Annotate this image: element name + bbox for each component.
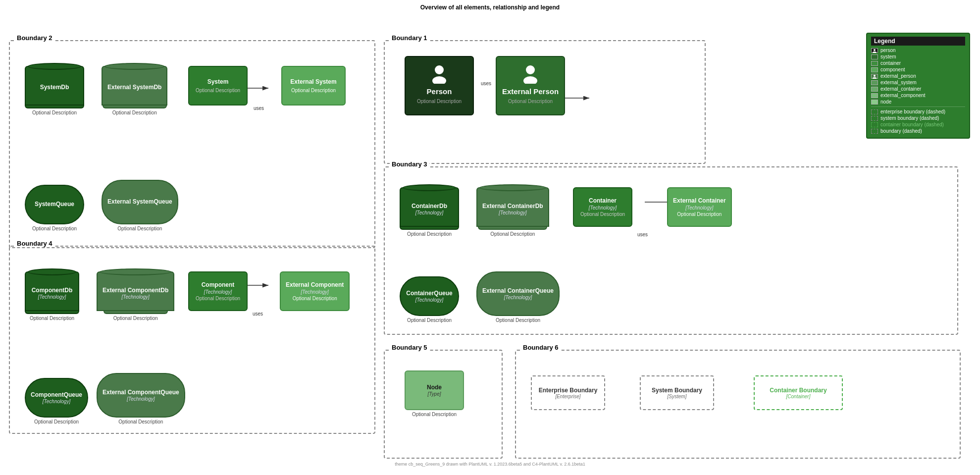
containerdb-tech: [Technology] xyxy=(415,210,443,215)
footer: theme cb_seq_Greens_9 drawn with PlantUM… xyxy=(0,462,980,467)
node-desc: Optional Description xyxy=(412,412,457,417)
external-person-icon xyxy=(520,64,540,84)
external-containerqueue-box: External ContainerQueue [Technology] xyxy=(476,271,560,316)
boundary-6-label: Boundary 6 xyxy=(521,344,561,351)
systemdb-element: SystemDb Optional Description xyxy=(25,66,84,115)
systemqueue-desc: Optional Description xyxy=(32,226,77,231)
containerqueue-box: ContainerQueue [Technology] xyxy=(400,276,459,316)
svg-point-5 xyxy=(435,65,444,74)
svg-point-8 xyxy=(523,76,537,84)
external-systemdb-box: External SystemDb xyxy=(102,66,167,106)
external-person-element: External Person Optional Description xyxy=(496,56,565,115)
systemqueue-element: SystemQueue Optional Description xyxy=(25,185,84,231)
svg-point-12 xyxy=(873,77,877,79)
page-title: Overview of all elements, relationship a… xyxy=(0,0,980,13)
systemdb-title: SystemDb xyxy=(40,84,69,92)
external-component-box-desc: Optional Description xyxy=(293,296,337,301)
external-system-element: External System Optional Description xyxy=(281,66,346,106)
boundary-3: Boundary 3 ContainerDb [Technology] Opti… xyxy=(384,166,958,335)
componentdb-title: ComponentDb xyxy=(32,287,73,295)
componentdb-element: ComponentDb [Technology] Optional Descri… xyxy=(25,271,79,321)
svg-point-11 xyxy=(874,75,876,77)
external-componentqueue-box: External ComponentQueue [Technology] xyxy=(97,373,185,418)
person-title: Person xyxy=(427,87,452,97)
legend-item-ext-container: external_container xyxy=(871,86,965,92)
componentdb-desc: Optional Description xyxy=(30,316,74,321)
external-systemqueue-desc: Optional Description xyxy=(117,226,162,231)
containerqueue-tech: [Technology] xyxy=(415,297,443,303)
svg-point-7 xyxy=(526,65,535,74)
external-person-box: External Person Optional Description xyxy=(496,56,565,115)
external-container-tech: [Technology] xyxy=(685,205,713,211)
systemqueue-title: SystemQueue xyxy=(35,201,74,209)
legend-swatch-boundary-container xyxy=(871,122,878,127)
containerdb-element: ContainerDb [Technology] Optional Descri… xyxy=(400,187,459,237)
componentdb-box: ComponentDb [Technology] xyxy=(25,271,79,311)
containerqueue-desc: Optional Description xyxy=(407,317,452,323)
legend-swatch-boundary-plain xyxy=(871,129,878,134)
external-containerdb-desc: Optional Description xyxy=(490,231,535,237)
external-container-element: External Container [Technology] Optional… xyxy=(667,187,732,227)
external-system-title: External System xyxy=(290,78,336,86)
container-box: Container [Technology] Optional Descript… xyxy=(573,187,632,227)
external-systemdb-element: External SystemDb Optional Description xyxy=(102,66,167,115)
person-box: Person Optional Description xyxy=(405,56,474,115)
uses-label-b3: uses xyxy=(637,232,648,237)
person-element: Person Optional Description xyxy=(405,56,474,115)
enterprise-boundary-element: Enterprise Boundary [Enterprise] xyxy=(531,375,605,410)
external-component-box: External Component [Technology] Optional… xyxy=(280,271,350,311)
external-component-title: External Component xyxy=(286,281,344,289)
external-systemqueue-box: External SystemQueue xyxy=(102,180,178,224)
boundary-5: Boundary 5 Node [Type] Optional Descript… xyxy=(384,350,503,459)
boundary-6: Boundary 6 Enterprise Boundary [Enterpri… xyxy=(515,350,961,459)
componentqueue-title: ComponentQueue xyxy=(31,391,82,399)
boundary-2-label: Boundary 2 xyxy=(15,34,54,42)
system-box-desc: Optional Description xyxy=(196,88,240,93)
systemdb-desc: Optional Description xyxy=(32,110,77,115)
svg-point-10 xyxy=(873,52,877,53)
node-tech: [Type] xyxy=(427,391,441,397)
uses-label-b1: uses xyxy=(481,81,491,86)
component-element: Component [Technology] Optional Descript… xyxy=(188,271,248,311)
system-element: System Optional Description xyxy=(188,66,248,106)
external-componentqueue-title: External ComponentQueue xyxy=(103,389,179,397)
legend-swatch-component xyxy=(871,67,878,72)
container-boundary-tech: [Container] xyxy=(786,394,811,399)
uses-label-b2: uses xyxy=(254,106,264,111)
external-systemdb-title: External SystemDb xyxy=(107,84,161,92)
boundary-2: Boundary 2 SystemDb Optional Description… xyxy=(9,40,375,248)
legend-item-person: person xyxy=(871,48,965,53)
external-component-tech: [Technology] xyxy=(301,289,329,295)
system-boundary-box: System Boundary [System] xyxy=(640,375,714,410)
legend-boundary-container: container boundary (dashed) xyxy=(871,122,965,127)
component-tech: [Technology] xyxy=(204,289,232,295)
legend-swatch-enterprise xyxy=(871,109,878,114)
container-boundary-element: Container Boundary [Container] xyxy=(754,375,843,410)
legend-boundary-enterprise: enterprise boundary (dashed) xyxy=(871,109,965,114)
uses-label-b4: uses xyxy=(253,311,263,317)
componentqueue-element: ComponentQueue [Technology] Optional Des… xyxy=(25,378,88,424)
external-person-box-desc: Optional Description xyxy=(508,99,553,104)
legend-swatch-person xyxy=(871,48,878,53)
componentqueue-box: ComponentQueue [Technology] xyxy=(25,378,88,418)
external-containerdb-box: External ContainerDb [Technology] xyxy=(476,187,549,227)
boundary-5-label: Boundary 5 xyxy=(390,344,429,351)
svg-point-6 xyxy=(432,76,446,84)
external-componentdb-tech: [Technology] xyxy=(122,294,150,300)
container-element: Container [Technology] Optional Descript… xyxy=(573,187,632,227)
containerqueue-element: ContainerQueue [Technology] Optional Des… xyxy=(400,276,459,323)
systemqueue-box: SystemQueue xyxy=(25,185,84,224)
external-componentqueue-element: External ComponentQueue [Technology] Opt… xyxy=(97,373,185,424)
external-container-box: External Container [Technology] Optional… xyxy=(667,187,732,227)
legend-boundary-system: system boundary (dashed) xyxy=(871,115,965,121)
legend-item-node: node xyxy=(871,99,965,105)
external-systemqueue-element: External SystemQueue Optional Descriptio… xyxy=(102,180,178,231)
node-box: Node [Type] xyxy=(405,370,464,410)
container-box-desc: Optional Description xyxy=(580,211,625,217)
external-componentdb-element: External ComponentDb [Technology] Option… xyxy=(97,271,174,321)
legend-title: Legend xyxy=(871,37,965,46)
external-person-title: External Person xyxy=(502,87,559,97)
external-containerqueue-title: External ContainerQueue xyxy=(482,287,554,295)
legend-item-system: system xyxy=(871,54,965,59)
external-containerqueue-tech: [Technology] xyxy=(504,295,532,300)
